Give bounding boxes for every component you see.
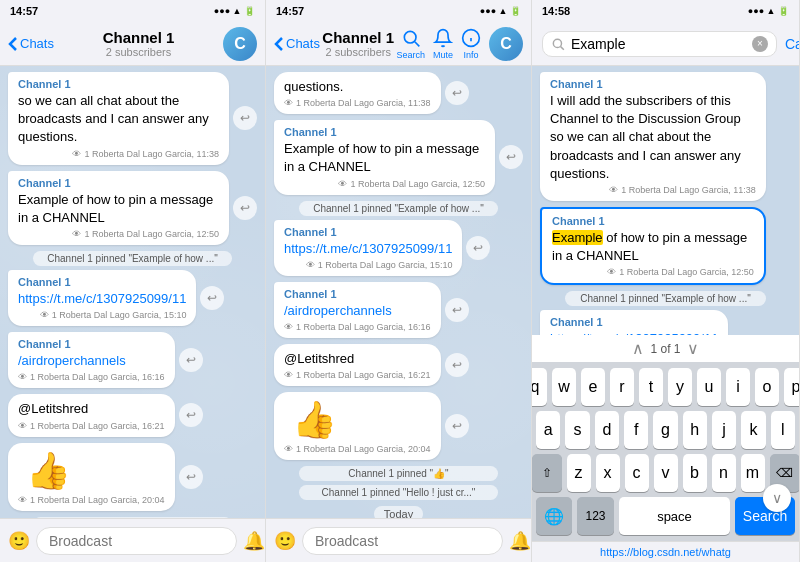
system-message: Channel 1 pinned "Hello ! just cr..." [299, 485, 498, 500]
key-s[interactable]: s [565, 411, 589, 449]
prev-result-btn[interactable]: ∧ [632, 339, 644, 358]
info-action-btn[interactable]: Info [461, 28, 481, 60]
pagination-label: 1 of 1 [650, 342, 680, 356]
forward-btn[interactable]: ↩ [445, 81, 469, 105]
emoji-icon-2[interactable]: 🙂 [274, 530, 296, 552]
search-chat-area: Channel 1 I will add the subscribers of … [532, 66, 799, 335]
channel-name: Channel 1 [552, 215, 754, 227]
message-text-link[interactable]: https://t.me/c/1307925099/11 [284, 240, 452, 258]
msg-wrapper: Channel 1 I will add the subscribers of … [540, 72, 791, 201]
key-space[interactable]: space [619, 497, 730, 535]
key-e[interactable]: e [581, 368, 605, 406]
forward-btn[interactable]: ↩ [445, 414, 469, 438]
msg-wrapper: Channel 1 Example of how to pin a messag… [8, 171, 257, 245]
message-text-link[interactable]: https://t.me/c/1307925099/11 [550, 330, 718, 335]
message-bubble: Channel 1 Example of how to pin a messag… [274, 120, 495, 194]
search-clear-btn[interactable]: × [752, 36, 768, 52]
mute-action-btn[interactable]: Mute [433, 28, 453, 60]
header-1: Chats Channel 1 2 subscribers C [0, 22, 265, 66]
system-message: Channel 1 pinned "Example of how ..." [299, 201, 498, 216]
forward-btn[interactable]: ↩ [179, 465, 203, 489]
key-j[interactable]: j [712, 411, 736, 449]
key-d[interactable]: d [595, 411, 619, 449]
status-icons-1: ●●● ▲ 🔋 [214, 6, 255, 16]
broadcast-input-1[interactable] [36, 527, 237, 555]
key-numbers[interactable]: 123 [577, 497, 614, 535]
panel-1: 14:57 ●●● ▲ 🔋 Chats Channel 1 2 subscrib… [0, 0, 266, 562]
forward-btn[interactable]: ↩ [445, 353, 469, 377]
key-c[interactable]: c [625, 454, 649, 492]
message-meta: 👁 1 Roberta Dal Lago Garcia, 16:21 [284, 370, 431, 380]
key-b[interactable]: b [683, 454, 707, 492]
forward-btn[interactable]: ↩ [233, 106, 257, 130]
forward-btn[interactable]: ↩ [445, 298, 469, 322]
key-p[interactable]: p [784, 368, 800, 406]
forward-btn[interactable]: ↩ [499, 145, 523, 169]
avatar-1[interactable]: C [223, 27, 257, 61]
status-time-1: 14:57 [10, 5, 38, 17]
broadcast-input-2[interactable] [302, 527, 503, 555]
message-bubble: Channel 1 https://t.me/c/1307925099/11 👁… [274, 220, 462, 276]
key-o[interactable]: o [755, 368, 779, 406]
chat-area-1: Channel 1 so we can all chat about the b… [0, 66, 265, 518]
key-w[interactable]: w [552, 368, 576, 406]
forward-btn[interactable]: ↩ [200, 286, 224, 310]
key-u[interactable]: u [697, 368, 721, 406]
message-text-link[interactable]: https://t.me/c/1307925099/11 [18, 290, 186, 308]
key-f[interactable]: f [624, 411, 648, 449]
msg-wrapper: Channel 1 /airdroperchannels 👁 1 Roberta… [8, 332, 257, 388]
back-label-1: Chats [20, 36, 54, 51]
keyboard-row-1: q w e r t y u i o p [536, 368, 795, 406]
back-button-2[interactable]: Chats [274, 36, 320, 52]
message-bubble: questions. 👁 1 Roberta Dal Lago Garcia, … [274, 72, 441, 114]
svg-line-6 [561, 46, 564, 49]
emoji-icon[interactable]: 🙂 [8, 530, 30, 552]
search-action-btn[interactable]: Search [396, 28, 425, 60]
message-bubble: Channel 1 /airdroperchannels 👁 1 Roberta… [8, 332, 175, 388]
key-g[interactable]: g [653, 411, 677, 449]
msg-wrapper: 👍 👁 1 Roberta Dal Lago Garcia, 20:04 ↩ [8, 443, 257, 511]
key-shift[interactable]: ⇧ [532, 454, 562, 492]
key-k[interactable]: k [741, 411, 765, 449]
back-label-2: Chats [286, 36, 320, 51]
bell-icon[interactable]: 🔔 [243, 530, 265, 552]
next-result-btn[interactable]: ∨ [687, 339, 699, 358]
key-n[interactable]: n [712, 454, 736, 492]
key-v[interactable]: v [654, 454, 678, 492]
channel-name: Channel 1 [18, 276, 186, 288]
back-button-1[interactable]: Chats [8, 36, 54, 52]
header-actions-2: Search Mute Info C [396, 27, 523, 61]
key-q[interactable]: q [532, 368, 547, 406]
message-text-link[interactable]: /airdroperchannels [18, 352, 165, 370]
forward-btn[interactable]: ↩ [179, 348, 203, 372]
key-l[interactable]: l [771, 411, 795, 449]
search-input[interactable] [571, 36, 746, 52]
emoji-message: 👍 [18, 449, 165, 493]
key-globe[interactable]: 🌐 [536, 497, 572, 535]
key-z[interactable]: z [567, 454, 591, 492]
key-x[interactable]: x [596, 454, 620, 492]
key-h[interactable]: h [683, 411, 707, 449]
forward-btn[interactable]: ↩ [179, 403, 203, 427]
msg-wrapper: @Letitshred 👁 1 Roberta Dal Lago Garcia,… [8, 394, 257, 436]
header-center-1: Channel 1 2 subscribers [54, 29, 223, 58]
key-r[interactable]: r [610, 368, 634, 406]
status-time-3: 14:58 [542, 5, 570, 17]
message-text: I will add the subscribers of this Chann… [550, 92, 756, 183]
key-m[interactable]: m [741, 454, 765, 492]
key-i[interactable]: i [726, 368, 750, 406]
key-y[interactable]: y [668, 368, 692, 406]
message-bubble: @Letitshred 👁 1 Roberta Dal Lago Garcia,… [8, 394, 175, 436]
forward-btn[interactable]: ↩ [466, 236, 490, 260]
info-action-label: Info [463, 50, 478, 60]
message-text-link[interactable]: /airdroperchannels [284, 302, 431, 320]
message-meta: 👁 1 Roberta Dal Lago Garcia, 12:50 [552, 267, 754, 277]
avatar-2[interactable]: C [489, 27, 523, 61]
forward-btn[interactable]: ↩ [233, 196, 257, 220]
search-cancel-btn[interactable]: Cancel [785, 36, 800, 52]
scroll-down-btn[interactable]: ∨ [763, 484, 791, 512]
bell-icon-2[interactable]: 🔔 [509, 530, 531, 552]
msg-wrapper: Channel 1 Example of how to pin a messag… [274, 120, 523, 194]
key-t[interactable]: t [639, 368, 663, 406]
key-a[interactable]: a [536, 411, 560, 449]
